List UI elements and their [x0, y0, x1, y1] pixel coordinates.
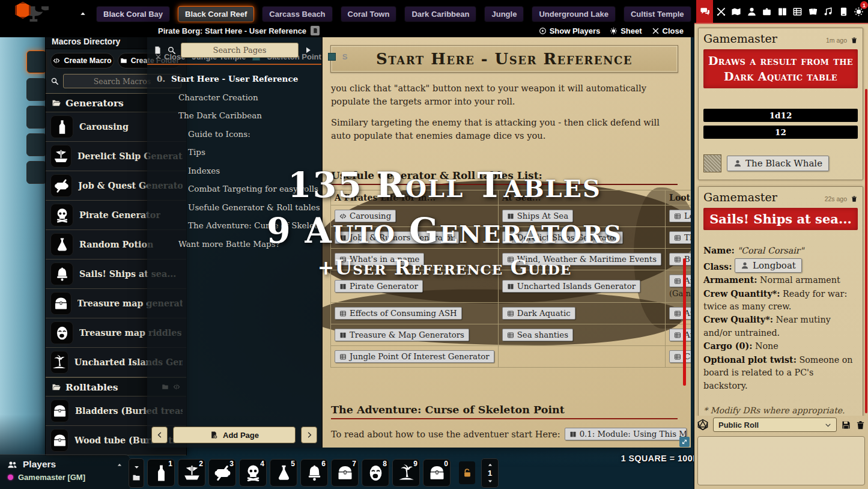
create-macro-button[interactable]: Create Macro	[50, 53, 114, 68]
scene-tab[interactable]: Cultist Temple	[624, 6, 691, 22]
hotbar-slot-5[interactable]: 5	[270, 459, 297, 487]
hotbar-slot-9[interactable]: 9	[392, 459, 420, 487]
scene-control-button[interactable]	[26, 78, 47, 101]
hotbar-slot-4[interactable]: 4	[239, 459, 267, 487]
journal-toc-item[interactable]: Combat Targeting for easy rolls	[147, 180, 321, 198]
scene-control-button[interactable]	[26, 161, 47, 184]
bell-icon	[54, 266, 70, 282]
bottle-icon	[152, 464, 171, 482]
add-page-button[interactable]: Add Page	[173, 427, 296, 443]
scene-tab[interactable]: Jungle	[484, 6, 524, 22]
chat-message-input[interactable]	[697, 436, 865, 485]
rolltable-link[interactable]: Ancient Relics	[669, 307, 691, 320]
rolltable-link[interactable]: Cargo	[669, 350, 691, 363]
journal-toc-item[interactable]: Usefule Generator & Roll tables List:	[147, 198, 321, 217]
journal-titlebar[interactable]: Pirate Borg: Start Here - User Reference…	[147, 24, 691, 37]
rolltable-link[interactable]: Thing of importance	[669, 231, 691, 244]
show-players-button[interactable]: Show Players	[539, 26, 601, 35]
hotbar-slot-1[interactable]: 1	[147, 459, 175, 487]
hotbar-slot-8[interactable]: 8	[362, 459, 389, 487]
roll-type-select[interactable]: Public Roll	[713, 418, 837, 432]
sidebar-tab-combat[interactable]	[714, 0, 729, 23]
actor-link-button[interactable]: Longboat	[735, 258, 802, 273]
sidebar-tab-actors[interactable]	[744, 0, 759, 23]
journal-toc-item[interactable]: The Dark Caribbean	[147, 106, 321, 125]
hotbar-menu-button[interactable]	[129, 458, 144, 488]
sidebar-tab-chat[interactable]	[696, 0, 713, 23]
rolltable-link[interactable]: Arcane Rituals	[669, 329, 691, 341]
journal-link[interactable]: 0.1: Module: Using This Module	[565, 428, 687, 440]
sidebar-tab-items[interactable]	[759, 0, 774, 23]
next-page-button[interactable]	[301, 427, 317, 443]
scene-control-button[interactable]	[26, 133, 47, 156]
sidebar-tab-scenes[interactable]	[729, 0, 744, 23]
delete-message-button[interactable]	[851, 193, 858, 204]
rolltable-link[interactable]: Loot the body	[669, 210, 691, 222]
hotbar-slot-7[interactable]: 7	[331, 459, 359, 487]
journal-link[interactable]: Derelict Ships Generator	[502, 231, 624, 244]
page-up-icon[interactable]	[487, 462, 493, 468]
journal-toc-item[interactable]: 0.Start Here - User Reference	[147, 70, 321, 88]
delete-message-button[interactable]	[851, 34, 858, 45]
background-window-tab[interactable]: S	[342, 52, 348, 61]
scene-control-button[interactable]	[26, 106, 47, 129]
nav-collapse-toggle[interactable]	[79, 9, 86, 17]
journal-toc-item[interactable]: Character Creation	[147, 88, 321, 107]
rolltable-link[interactable]: Sea shanties	[502, 329, 573, 341]
journal-toc-item[interactable]: Guide to Icons:	[147, 125, 321, 144]
journal-scrollbar[interactable]	[683, 258, 686, 386]
journal-link[interactable]: Pirate Generator	[335, 280, 423, 293]
hotbar-slot-3[interactable]: 3	[208, 459, 236, 487]
scene-tab[interactable]: Black Coral Reef	[178, 6, 254, 22]
sidebar-tab-journal[interactable]	[775, 0, 790, 23]
page-down-icon[interactable]	[487, 478, 493, 484]
rolltable-link[interactable]: Effects of Consuming ASH	[335, 307, 462, 320]
toc-collapse-toggle[interactable]	[303, 46, 312, 55]
dice-formula[interactable]: 1d12	[703, 109, 858, 122]
save-chat-button[interactable]	[841, 419, 851, 430]
hotbar-lock-button[interactable]	[459, 461, 475, 484]
journal-link[interactable]: Ships At Sea	[502, 210, 573, 222]
close-button[interactable]: Close	[652, 26, 684, 35]
journal-link[interactable]: Uncharted Islands Generator	[502, 280, 640, 293]
previous-page-button[interactable]	[151, 427, 168, 443]
rolltable-link[interactable]: Among the dead men y	[669, 275, 691, 287]
chat-scrollbar[interactable]	[865, 89, 867, 413]
rolltable-link[interactable]: Buried treasure	[669, 253, 691, 266]
rolltable-link[interactable]: Dark Aquatic	[502, 307, 575, 320]
scene-tab[interactable]: Coral Town	[341, 6, 397, 22]
scene-tab[interactable]: Carcass Beach	[262, 6, 332, 22]
rolltable-link[interactable]: What's in a name	[335, 253, 424, 266]
journal-link[interactable]: Treasure & Map Generators	[335, 329, 469, 341]
hotbar-slot-6[interactable]: 6	[300, 459, 328, 487]
journal-link[interactable]: Jobs & Rumors Generator	[335, 231, 459, 244]
players-collapse-toggle[interactable]	[117, 459, 123, 470]
window-resize-handle[interactable]	[679, 437, 690, 447]
journal-toc-item[interactable]: Want more Battle Maps?	[147, 235, 321, 254]
rolltable-link[interactable]: Wind, Weather & Maritime Events	[502, 253, 661, 266]
d20-icon[interactable]	[697, 419, 709, 431]
dice-total[interactable]: 12	[703, 126, 858, 139]
macro-link[interactable]: Carousing	[335, 210, 396, 222]
sidebar-tab-playlists[interactable]	[821, 0, 836, 23]
sidebar-tab-rolltables[interactable]	[790, 0, 805, 23]
journal-toc-item[interactable]: Tips	[147, 143, 321, 162]
result-thumbnail[interactable]	[703, 154, 721, 172]
rolltable-link[interactable]: Jungle Point Of Interest Generator	[335, 350, 494, 363]
scene-control-button[interactable]	[26, 50, 47, 73]
scene-tab[interactable]: Underground Lake	[532, 6, 616, 22]
result-link-button[interactable]: The Black Whale	[727, 156, 829, 171]
sheet-button[interactable]: Sheet	[610, 26, 642, 35]
sidebar-tab-settings[interactable]: 1	[851, 0, 866, 23]
hotbar-slot-0[interactable]: 0	[423, 459, 451, 487]
scene-tab[interactable]: Dark Caribbean	[404, 6, 476, 22]
scene-tab[interactable]: Black Coral Bay	[96, 6, 170, 22]
clear-chat-button[interactable]	[855, 419, 866, 430]
hotbar-slot-2[interactable]: 2	[178, 459, 205, 487]
search-pages-input[interactable]	[181, 43, 299, 58]
journal-toc-item[interactable]: The Adventure: Curse of Skeleton Point	[147, 216, 321, 235]
sidebar-tab-cards[interactable]	[806, 0, 821, 23]
journal-toc-item[interactable]: Indexes	[147, 162, 321, 180]
players-header[interactable]: Players	[0, 455, 130, 471]
sidebar-tab-compendium[interactable]	[836, 0, 851, 23]
